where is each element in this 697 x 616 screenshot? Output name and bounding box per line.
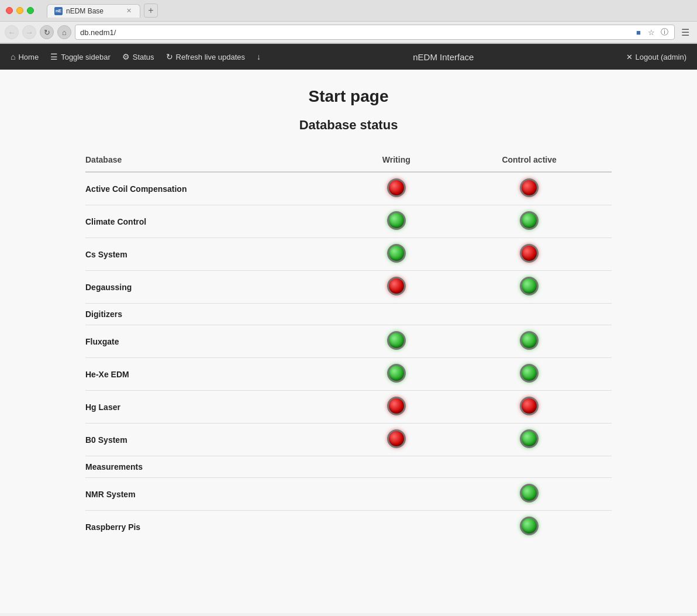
table-row: Hg Laser: [85, 391, 612, 424]
home-button[interactable]: ⌂: [57, 25, 71, 39]
toggle-sidebar-label: Toggle sidebar: [61, 53, 111, 61]
control-indicator-cell: [447, 511, 612, 543]
close-button[interactable]: [6, 7, 13, 14]
writing-indicator-cell: [346, 456, 447, 478]
writing-indicator-cell: [346, 172, 447, 205]
writing-indicator-cell: [346, 511, 447, 543]
col-control: Control active: [447, 150, 612, 172]
status-nav-label: Status: [133, 53, 154, 61]
table-body: Active Coil CompensationClimate ControlC…: [85, 172, 612, 543]
writing-indicator-cell: [346, 424, 447, 456]
db-name-cell: Fluxgate: [85, 325, 346, 358]
writing-led: [387, 364, 406, 383]
writing-indicator-cell: [346, 325, 447, 358]
tab-close-button[interactable]: ✕: [125, 7, 133, 15]
minimize-button[interactable]: [16, 7, 23, 14]
control-led: [520, 364, 539, 383]
table-row: Climate Control: [85, 205, 612, 238]
db-name-cell: Measurements: [85, 456, 346, 478]
writing-indicator-cell: [346, 238, 447, 271]
browser-tab[interactable]: nE nEDM Base ✕: [47, 4, 140, 18]
status-table: Database Writing Control active Active C…: [85, 150, 612, 543]
address-bar-row: ← → ↻ ⌂ db.nedm1/ ■ ☆ ⓘ ☰: [0, 22, 697, 43]
logout-icon: ✕: [626, 53, 633, 61]
tab-favicon: nE: [54, 7, 63, 15]
forward-button[interactable]: →: [22, 25, 36, 39]
control-indicator-cell: [447, 205, 612, 238]
writing-indicator-cell: [346, 205, 447, 238]
info-icon[interactable]: ⓘ: [659, 27, 670, 37]
control-led: [520, 397, 539, 415]
control-indicator-cell: [447, 478, 612, 511]
home-icon: ⌂: [11, 52, 15, 61]
control-indicator-cell: [447, 172, 612, 205]
nav-right: ✕ Logout (admin): [620, 53, 692, 61]
db-name-cell: Active Coil Compensation: [85, 172, 346, 205]
browser-chrome: nE nEDM Base ✕ + ← → ↻ ⌂ db.nedm1/ ■ ☆ ⓘ…: [0, 0, 697, 44]
control-led: [520, 484, 539, 503]
writing-indicator-cell: [346, 271, 447, 304]
section-title: Database status: [12, 118, 685, 133]
writing-led: [387, 277, 406, 295]
control-led: [520, 429, 539, 448]
page-content: Start page Database status Database Writ…: [0, 70, 697, 613]
table-row: Active Coil Compensation: [85, 172, 612, 205]
back-button[interactable]: ←: [5, 25, 19, 39]
maximize-button[interactable]: [27, 7, 34, 14]
reload-button[interactable]: ↻: [40, 25, 54, 39]
address-icons: ■ ☆ ⓘ: [633, 27, 670, 37]
gear-icon: ⚙: [122, 52, 130, 61]
toggle-sidebar-nav-item[interactable]: ☰ Toggle sidebar: [44, 44, 116, 70]
table-row: NMR System: [85, 478, 612, 511]
page-title: Start page: [12, 87, 685, 106]
bookmark-icon[interactable]: ☆: [646, 27, 657, 37]
table-row: Measurements: [85, 456, 612, 478]
table-row: Cs System: [85, 238, 612, 271]
brand-label: nEDM Interface: [267, 52, 620, 62]
sidebar-icon: ☰: [50, 52, 58, 61]
table-row: Degaussing: [85, 271, 612, 304]
table-row: Raspberry Pis: [85, 511, 612, 543]
writing-led: [387, 331, 406, 350]
control-led: [520, 211, 539, 230]
writing-led: [387, 244, 406, 263]
control-led: [520, 178, 539, 197]
control-indicator-cell: [447, 325, 612, 358]
refresh-nav-item[interactable]: ↻ Refresh live updates: [160, 44, 251, 70]
download-icon: ↓: [257, 52, 261, 61]
db-name-cell: Hg Laser: [85, 391, 346, 424]
writing-led: [387, 211, 406, 230]
download-nav-item[interactable]: ↓: [251, 44, 267, 70]
control-indicator-cell: [447, 391, 612, 424]
refresh-nav-label: Refresh live updates: [176, 53, 246, 61]
col-writing: Writing: [346, 150, 447, 172]
control-indicator-cell: [447, 271, 612, 304]
status-nav-item[interactable]: ⚙ Status: [116, 44, 160, 70]
browser-menu-button[interactable]: ☰: [678, 25, 692, 39]
writing-indicator-cell: [346, 391, 447, 424]
writing-indicator-cell: [346, 358, 447, 391]
app-navbar: ⌂ Home ☰ Toggle sidebar ⚙ Status ↻ Refre…: [0, 44, 697, 70]
col-database: Database: [85, 150, 346, 172]
db-name-cell: Degaussing: [85, 271, 346, 304]
writing-indicator-cell: [346, 304, 447, 325]
db-name-cell: B0 System: [85, 424, 346, 456]
logout-button[interactable]: ✕ Logout (admin): [620, 53, 692, 61]
table-header: Database Writing Control active: [85, 150, 612, 172]
address-text: db.nedm1/: [80, 28, 630, 37]
new-tab-button[interactable]: +: [144, 4, 158, 18]
control-indicator-cell: [447, 358, 612, 391]
refresh-icon: ↻: [166, 52, 173, 61]
control-indicator-cell: [447, 304, 612, 325]
table-row: Fluxgate: [85, 325, 612, 358]
writing-indicator-cell: [346, 478, 447, 511]
home-nav-item[interactable]: ⌂ Home: [5, 44, 44, 70]
logout-label: Logout (admin): [636, 53, 686, 61]
address-bar[interactable]: db.nedm1/ ■ ☆ ⓘ: [75, 25, 675, 40]
db-name-cell: Raspberry Pis: [85, 511, 346, 543]
extension-icon[interactable]: ■: [633, 27, 644, 37]
tab-bar: nE nEDM Base ✕ +: [47, 4, 158, 18]
control-indicator-cell: [447, 238, 612, 271]
browser-titlebar: nE nEDM Base ✕ +: [0, 0, 697, 22]
table-row: B0 System: [85, 424, 612, 456]
